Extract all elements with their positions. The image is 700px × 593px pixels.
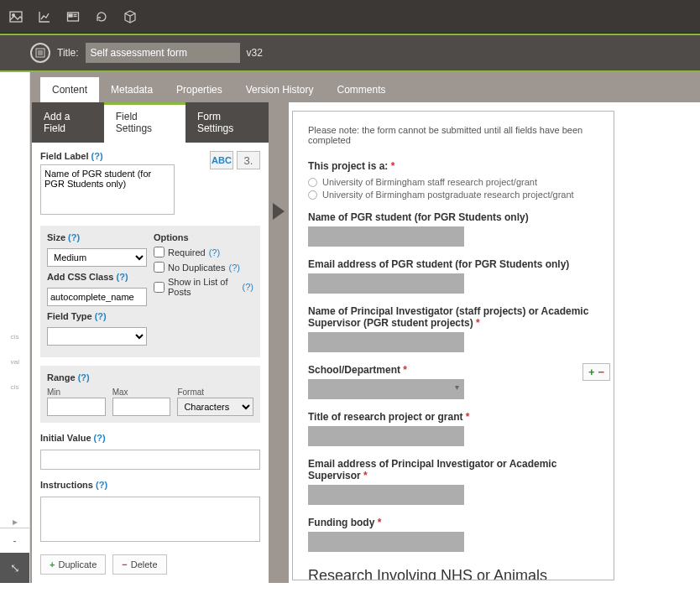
plus-icon: + — [50, 559, 55, 570]
minus-icon: − — [122, 559, 127, 570]
image-icon[interactable] — [2, 3, 30, 31]
chart-icon[interactable] — [30, 3, 59, 31]
initial-value-input[interactable] — [40, 450, 260, 470]
help-icon[interactable]: (?) — [209, 247, 220, 257]
help-icon[interactable]: (?) — [243, 282, 253, 292]
pi-email-input[interactable] — [308, 485, 464, 505]
options-label: Options — [154, 232, 253, 242]
cube-icon[interactable] — [116, 3, 144, 31]
instructions-textarea[interactable] — [40, 497, 260, 542]
subtab-add-field[interactable]: Add a Field — [32, 102, 104, 143]
project-title-input[interactable] — [308, 426, 464, 446]
required-checkbox[interactable] — [154, 247, 165, 257]
field-type-label: Field Type — [47, 311, 92, 321]
showinlist-label: Show in List of Posts — [168, 277, 239, 297]
css-class-input[interactable] — [47, 288, 147, 306]
selection-arrow — [269, 102, 289, 583]
field-label-textarea[interactable]: Name of PGR student (for PGR Students on… — [40, 164, 175, 215]
school-select[interactable] — [308, 379, 464, 399]
rail-item[interactable]: val — [10, 358, 18, 366]
title-input[interactable] — [86, 43, 240, 63]
help-icon[interactable]: (?) — [96, 480, 107, 490]
instructions-label: Instructions — [40, 480, 93, 490]
pi-name-input[interactable] — [308, 332, 464, 352]
funding-input[interactable] — [308, 532, 464, 552]
rail-item[interactable]: cis — [11, 383, 19, 391]
pgr-email-input[interactable] — [308, 273, 464, 294]
pgr-name-label: Name of PGR student (for PGR Students on… — [308, 211, 529, 223]
refresh-icon[interactable] — [87, 3, 116, 31]
left-rail: cis val cis ▸ - ⤡ — [0, 72, 30, 583]
rail-expand-icon[interactable]: ⤡ — [0, 553, 29, 583]
form-preview: Please note: the form cannot be submitte… — [292, 111, 614, 580]
range-min-label: Min — [47, 388, 60, 397]
tab-comments[interactable]: Comments — [325, 77, 397, 102]
range-max-label: Max — [112, 388, 128, 397]
pgr-email-label: Email address of PGR student (for PGR St… — [308, 258, 569, 270]
css-label: Add CSS Class — [47, 272, 113, 282]
toggle-numbered[interactable]: 3. — [237, 151, 260, 169]
size-label: Size — [47, 232, 65, 242]
svg-rect-3 — [69, 14, 72, 17]
tab-version-history[interactable]: Version History — [234, 77, 326, 102]
main-tabs: Content Metadata Properties Version Hist… — [30, 72, 700, 102]
project-is-label: This project is a: — [308, 160, 388, 172]
card-icon[interactable] — [59, 3, 87, 31]
duplicate-button[interactable]: +Duplicate — [40, 554, 106, 575]
field-label-caption: Field Label — [40, 151, 88, 161]
help-icon[interactable]: (?) — [78, 372, 90, 382]
initial-value-label: Initial Value — [40, 433, 91, 443]
range-format-select[interactable]: Characters — [177, 398, 253, 416]
help-icon[interactable]: (?) — [91, 151, 103, 161]
help-icon[interactable]: (?) — [68, 232, 80, 242]
help-icon[interactable]: (?) — [228, 263, 239, 273]
help-icon[interactable]: (?) — [95, 311, 107, 321]
radio-pgr-label: University of Birmingham postgraduate re… — [322, 190, 574, 200]
subtab-field-settings[interactable]: Field Settings — [104, 102, 185, 143]
range-format-label: Format — [177, 388, 204, 397]
required-label: Required — [168, 247, 206, 257]
tab-properties[interactable]: Properties — [165, 77, 234, 102]
radio-pgr[interactable] — [308, 190, 317, 200]
help-icon[interactable]: (?) — [94, 433, 106, 443]
range-min-input[interactable] — [47, 398, 106, 416]
rail-scroll-right[interactable]: ▸ — [0, 516, 29, 528]
size-select[interactable]: Medium — [47, 248, 147, 267]
showinlist-checkbox[interactable] — [154, 282, 165, 293]
radio-staff[interactable] — [308, 178, 317, 187]
school-label: School/Department — [308, 364, 400, 376]
noduplicates-label: No Duplicates — [168, 263, 225, 273]
radio-staff-label: University of Birmingham staff research … — [322, 177, 537, 187]
rail-collapse[interactable]: - — [0, 528, 29, 553]
noduplicates-checkbox[interactable] — [154, 262, 165, 273]
range-label: Range — [47, 372, 76, 382]
subtab-form-settings[interactable]: Form Settings — [185, 102, 269, 143]
field-type-select[interactable] — [47, 327, 147, 346]
toggle-abc[interactable]: ABC — [210, 151, 233, 169]
version-text: v32 — [247, 47, 263, 59]
add-remove-field[interactable]: +− — [582, 363, 610, 381]
funding-label: Funding body — [308, 517, 374, 528]
title-label: Title: — [57, 47, 79, 59]
tab-metadata[interactable]: Metadata — [99, 77, 165, 102]
page-type-icon — [30, 43, 50, 63]
rail-item[interactable]: cis — [11, 333, 19, 341]
delete-button[interactable]: −Delete — [112, 554, 166, 575]
section-heading: Research Involving NHS or Animals — [308, 567, 598, 580]
help-icon[interactable]: (?) — [117, 272, 128, 282]
minus-icon[interactable]: − — [598, 366, 605, 378]
sub-tabs: Add a Field Field Settings Form Settings — [32, 102, 269, 143]
title-bar: Title: v32 — [0, 35, 700, 70]
tab-content[interactable]: Content — [40, 77, 99, 102]
project-title-label: Title of research project or grant — [308, 411, 463, 423]
form-note: Please note: the form cannot be submitte… — [308, 125, 598, 145]
range-max-input[interactable] — [112, 398, 171, 416]
pi-name-label: Name of Principal Investigator (staff pr… — [308, 305, 588, 329]
pi-email-label: Email address of Principal Investigator … — [308, 458, 556, 481]
plus-icon[interactable]: + — [588, 366, 595, 378]
pgr-name-input[interactable] — [308, 226, 464, 247]
app-toolbar — [0, 0, 700, 34]
